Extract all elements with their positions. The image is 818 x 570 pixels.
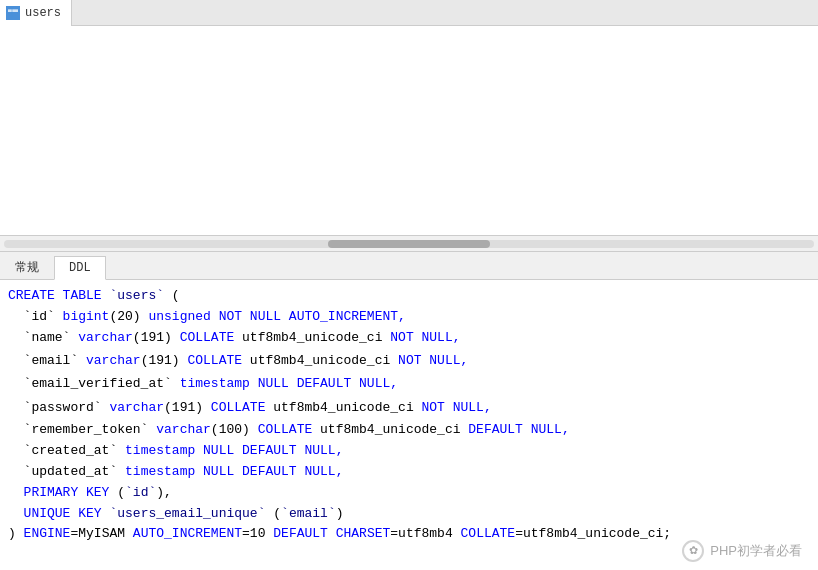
sql-line: `email` varchar(191) COLLATE utf8mb4_uni… xyxy=(8,348,810,374)
sql-line: `remember_token` varchar(100) COLLATE ut… xyxy=(8,420,810,441)
sql-line: `updated_at` timestamp NULL DEFAULT NULL… xyxy=(8,462,810,483)
tab-ddl[interactable]: DDL xyxy=(54,256,106,280)
sql-line: `email_verified_at` timestamp NULL DEFAU… xyxy=(8,374,810,395)
sql-line: `name` varchar(191) COLLATE utf8mb4_unic… xyxy=(8,328,810,349)
table-grid-area xyxy=(0,26,818,236)
watermark-text: PHP初学者必看 xyxy=(710,541,802,562)
horizontal-scrollbar[interactable] xyxy=(0,236,818,252)
tab-normal[interactable]: 常规 xyxy=(0,255,54,279)
sql-line: PRIMARY KEY (`id`), xyxy=(8,483,810,504)
sql-line: `id` bigint(20) unsigned NOT NULL AUTO_I… xyxy=(8,307,810,328)
sql-line: UNIQUE KEY `users_email_unique` (`email`… xyxy=(8,504,810,525)
sql-code: CREATE TABLE `users` ( `id` bigint(20) u… xyxy=(8,286,810,545)
tab-label: users xyxy=(25,6,61,20)
sql-line: `password` varchar(191) COLLATE utf8mb4_… xyxy=(8,395,810,421)
users-tab[interactable]: users xyxy=(0,0,72,26)
ddl-code-area: CREATE TABLE `users` ( `id` bigint(20) u… xyxy=(0,280,818,570)
sql-line: `created_at` timestamp NULL DEFAULT NULL… xyxy=(8,441,810,462)
watermark-icon: ✿ xyxy=(682,540,704,562)
table-icon xyxy=(6,6,20,20)
top-tab-bar: users xyxy=(0,0,818,26)
sql-line: CREATE TABLE `users` ( xyxy=(8,286,810,307)
panel-tabs: 常规 DDL xyxy=(0,252,818,280)
watermark: ✿ PHP初学者必看 xyxy=(682,540,802,562)
scrollbar-thumb[interactable] xyxy=(328,240,490,248)
svg-rect-1 xyxy=(8,8,18,10)
scrollbar-track[interactable] xyxy=(4,240,814,248)
